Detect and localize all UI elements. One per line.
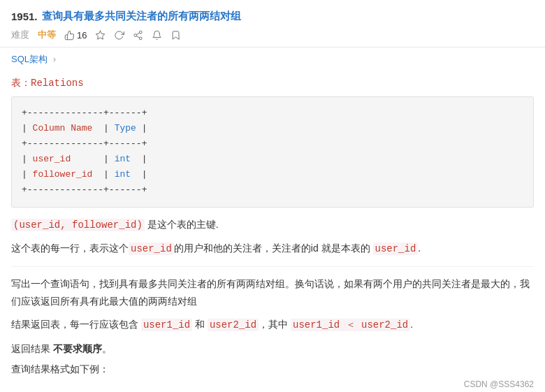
content-area: 表：Relations +--------------+------+ | Co… xyxy=(0,71,545,392)
difficulty-label: 难度 xyxy=(11,29,29,41)
condition-code: user1_id ＜ user2_id xyxy=(291,319,410,331)
problem-description: 写出一个查询语句，找到具有最多共同关注者的所有两两结对组。换句话说，如果有两个用… xyxy=(11,275,534,310)
svg-line-5 xyxy=(137,33,140,34)
desc-line-2: 这个表的每一行，表示这个user_id的用户和他的关注者，关注者的id 就是本表… xyxy=(11,240,534,258)
section-divider-1 xyxy=(11,266,534,267)
csdn-watermark: CSDN @SSS4362 xyxy=(464,379,534,389)
code-line-2: | Column Name | Type | xyxy=(22,121,523,136)
user-id-code: user_id xyxy=(129,242,174,255)
order-suffix: 。 xyxy=(102,343,112,354)
result-end: . xyxy=(410,319,413,330)
desc-line-2-text: 这个表的每一行，表示这个 xyxy=(11,242,129,254)
header: 1951. 查询具有最多共同关注者的所有两两结对组 难度 中等 16 xyxy=(0,0,545,48)
code-line-6: +--------------+------+ xyxy=(22,182,523,198)
svg-marker-0 xyxy=(96,31,106,39)
page-container: 1951. 查询具有最多共同关注者的所有两两结对组 难度 中等 16 xyxy=(0,0,545,392)
bell-button[interactable] xyxy=(152,30,162,41)
bookmark-button[interactable] xyxy=(170,30,181,41)
desc-line-2-text-b: 的用户和他的关注者，关注者的id 就是本表的 xyxy=(174,242,373,254)
user1-id-code: user1_id xyxy=(141,319,192,331)
user2-id-code: user2_id xyxy=(208,319,259,331)
difficulty-value: 中等 xyxy=(38,29,56,41)
result-prefix: 结果返回表，每一行应该包含 xyxy=(11,319,141,330)
desc-line-1-text: 是这个表的主键. xyxy=(147,219,219,230)
desc-line-2-text-c: . xyxy=(418,242,421,254)
svg-point-3 xyxy=(140,37,143,40)
star-button[interactable] xyxy=(95,30,106,41)
table-prefix: 表： xyxy=(11,78,31,89)
order-prefix: 返回结果 xyxy=(11,343,53,354)
svg-line-4 xyxy=(137,36,140,37)
breadcrumb-separator: › xyxy=(53,54,56,64)
svg-point-2 xyxy=(134,34,137,36)
svg-point-1 xyxy=(140,31,143,34)
like-button[interactable]: 16 xyxy=(64,30,87,41)
thumb-up-icon xyxy=(64,30,75,41)
bookmark-icon xyxy=(170,30,181,41)
problem-title[interactable]: 查询具有最多共同关注者的所有两两结对组 xyxy=(42,10,241,23)
user-id-code-2: user_id xyxy=(373,242,419,255)
bell-icon xyxy=(152,30,162,41)
refresh-icon xyxy=(114,30,124,41)
desc-line-1: (user_id, follower_id) 是这个表的主键. xyxy=(11,216,534,234)
result-description: 结果返回表，每一行应该包含 user1_id 和 user2_id，其中 use… xyxy=(11,316,534,334)
code-line-1: +--------------+------+ xyxy=(22,106,523,121)
star-icon xyxy=(95,30,106,41)
primary-key-code: (user_id, follower_id) xyxy=(11,219,145,231)
table-name: Relations xyxy=(31,78,84,89)
code-line-3: +--------------+------+ xyxy=(22,136,523,152)
format-label: 查询结果格式如下例： xyxy=(11,363,534,376)
breadcrumb-text: SQL架构 xyxy=(11,54,48,64)
problem-number: 1951. xyxy=(11,10,38,22)
result-mid: 和 xyxy=(192,319,208,330)
schema-code-block: +--------------+------+ | Column Name | … xyxy=(11,96,534,208)
meta-row: 难度 中等 16 xyxy=(11,29,534,41)
refresh-button[interactable] xyxy=(114,30,124,41)
table-label: 表：Relations xyxy=(11,77,534,89)
title-row: 1951. 查询具有最多共同关注者的所有两两结对组 xyxy=(11,10,534,23)
share-icon xyxy=(133,30,143,41)
breadcrumb[interactable]: SQL架构 › xyxy=(0,48,545,71)
share-button[interactable] xyxy=(133,30,143,41)
code-line-5: | follower_id | int | xyxy=(22,167,523,182)
order-bold: 不要求顺序 xyxy=(53,343,102,354)
order-note: 返回结果 不要求顺序。 xyxy=(11,340,534,358)
like-count: 16 xyxy=(77,30,87,41)
code-line-4: | user_id | int | xyxy=(22,152,523,167)
result-suffix: ，其中 xyxy=(259,319,291,330)
